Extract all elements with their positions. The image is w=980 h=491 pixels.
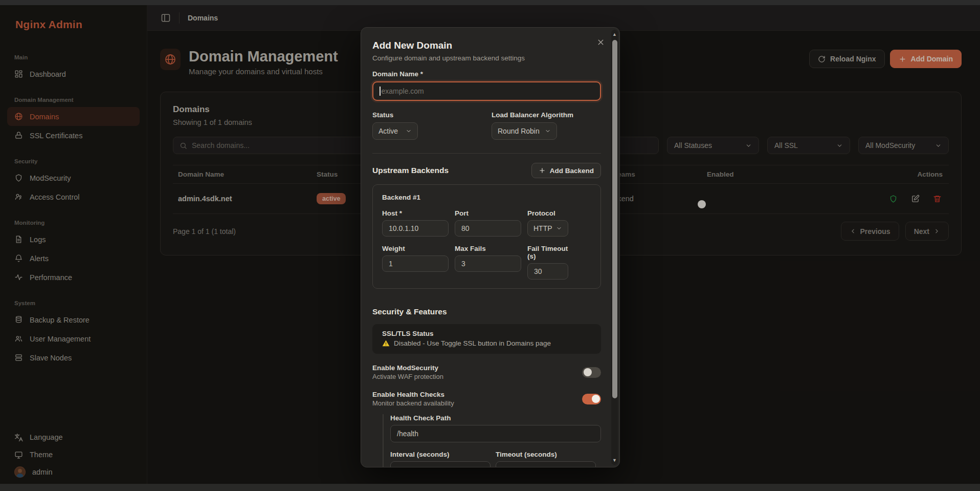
health-checks-subtitle: Monitor backend availability [372,399,454,407]
warning-icon [382,339,390,347]
protocol-select[interactable]: HTTP [527,220,568,237]
backend-grid-row-2: Weight Max Fails Fail Timeout (s) [382,245,591,280]
host-field: Host * [382,209,449,237]
interval-label: Interval (seconds) [390,451,496,458]
scrollbar-thumb[interactable] [612,40,617,398]
ssl-status-box: SSL/TLS Status Disabled - Use Toggle SSL… [372,324,601,354]
timeout-label: Timeout (seconds) [496,451,601,458]
interval-field: Interval (seconds) [390,451,496,467]
health-checks-title: Enable Health Checks [372,391,454,398]
fail-timeout-input[interactable] [527,263,568,280]
window-top-strip [0,0,980,5]
text-caret [380,87,381,96]
window-bottom-strip [0,484,980,491]
ssl-status-message: Disabled - Use Toggle SSL button in Doma… [394,339,551,347]
chevron-down-icon [556,225,562,231]
port-label: Port [455,209,521,217]
algorithm-field: Load Balancer Algorithm Round Robin [492,111,601,140]
modal-scrollbar[interactable]: ▲ ▼ [611,30,618,465]
health-path-input[interactable] [390,425,601,442]
modal-subtitle: Configure domain and upstream backend se… [372,54,601,62]
security-heading: Security & Features [372,307,601,316]
plus-icon [539,167,546,174]
status-value: Active [378,127,398,135]
domain-name-placeholder: example.com [382,87,424,95]
ssl-status-message-row: Disabled - Use Toggle SSL button in Doma… [382,339,591,347]
modsecurity-toggle[interactable] [582,367,601,378]
modsecurity-subtitle: Activate WAF protection [372,373,443,380]
weight-field: Weight [382,245,449,280]
health-check-section: Health Check Path Interval (seconds) Tim… [383,414,601,467]
port-input[interactable] [455,220,521,237]
backends-heading: Upstream Backends [372,166,449,175]
max-fails-input[interactable] [455,255,521,272]
fail-timeout-field: Fail Timeout (s) [527,245,568,280]
health-interval-timeout-row: Interval (seconds) Timeout (seconds) [390,451,601,467]
status-field: Status Active [372,111,492,140]
backend-title: Backend #1 [382,194,591,201]
weight-input[interactable] [382,255,449,272]
status-select[interactable]: Active [372,122,418,140]
algorithm-value: Round Robin [498,127,540,135]
add-backend-label: Add Backend [550,167,594,175]
scroll-down-icon[interactable]: ▼ [611,458,618,463]
health-path-label: Health Check Path [390,414,601,422]
backend-grid-row-1: Host * Port Protocol HTTP [382,209,591,237]
modsecurity-toggle-row: Enable ModSecurity Activate WAF protecti… [372,364,601,380]
health-checks-toggle[interactable] [582,394,601,404]
status-label: Status [372,111,492,119]
backend-card: Backend #1 Host * Port Protocol HTTP [372,184,601,289]
weight-label: Weight [382,245,449,252]
max-fails-field: Max Fails [455,245,521,280]
divider [372,153,601,154]
fail-timeout-label: Fail Timeout (s) [527,245,568,260]
modal-title: Add New Domain [372,40,601,51]
protocol-field: Protocol HTTP [527,209,568,237]
max-fails-label: Max Fails [455,245,521,252]
timeout-input[interactable] [496,461,596,467]
ssl-status-title: SSL/TLS Status [382,330,591,337]
close-icon[interactable] [596,38,605,47]
interval-input[interactable] [390,461,491,467]
timeout-field: Timeout (seconds) [496,451,601,467]
chevron-down-icon [545,128,551,134]
chevron-down-icon [406,128,412,134]
health-checks-toggle-row: Enable Health Checks Monitor backend ava… [372,391,601,407]
algorithm-label: Load Balancer Algorithm [492,111,601,119]
health-checks-text: Enable Health Checks Monitor backend ava… [372,391,454,407]
domain-name-label: Domain Name * [372,70,601,78]
algorithm-select[interactable]: Round Robin [492,122,557,140]
protocol-value: HTTP [533,224,552,232]
backends-header-row: Upstream Backends Add Backend [372,163,601,178]
host-label: Host * [382,209,449,217]
add-domain-modal: Add New Domain Configure domain and upst… [361,27,620,467]
domain-name-input[interactable]: example.com [372,81,601,101]
modsecurity-text: Enable ModSecurity Activate WAF protecti… [372,364,443,380]
protocol-label: Protocol [527,209,568,217]
modal-body: Add New Domain Configure domain and upst… [361,28,619,467]
add-backend-button[interactable]: Add Backend [531,163,601,178]
status-algorithm-row: Status Active Load Balancer Algorithm Ro… [372,111,601,140]
scroll-up-icon[interactable]: ▲ [611,32,618,37]
domain-name-field-wrap: example.com [372,81,601,101]
host-input[interactable] [382,220,449,237]
port-field: Port [455,209,521,237]
modsecurity-title: Enable ModSecurity [372,364,443,372]
